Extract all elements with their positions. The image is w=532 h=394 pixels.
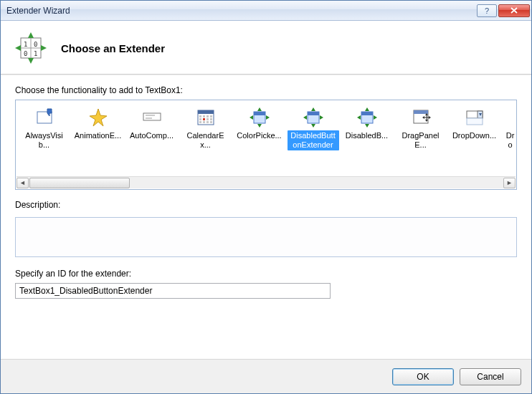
id-label: Specify an ID for the extender:	[15, 269, 517, 279]
extender-item-label: AutoComp...	[128, 130, 176, 141]
svg-marker-10	[41, 45, 47, 51]
svg-marker-40	[311, 124, 315, 128]
extender-item-label: ColorPicke...	[234, 130, 283, 141]
svg-rect-20	[203, 115, 205, 117]
svg-marker-45	[365, 107, 369, 111]
close-button[interactable]	[498, 4, 530, 17]
extender-item-label: AnimationE...	[72, 130, 123, 141]
none-icon	[502, 106, 516, 129]
svg-marker-13	[90, 109, 107, 126]
svg-rect-50	[414, 110, 428, 114]
svg-text:0: 0	[24, 50, 27, 57]
svg-marker-47	[357, 115, 361, 120]
svg-rect-27	[199, 121, 201, 123]
panel-arrows-icon	[356, 106, 379, 129]
extender-item[interactable]: DragPanelE...	[394, 105, 447, 172]
help-icon: ?	[485, 6, 489, 15]
svg-rect-19	[199, 115, 201, 117]
content-area: Choose the functionality to add to TextB…	[1, 85, 531, 359]
extender-item[interactable]: DropDown...	[447, 105, 501, 172]
horizontal-scrollbar[interactable]: ◄ ►	[16, 176, 516, 188]
svg-rect-60	[467, 118, 483, 125]
panel-arrows-icon	[302, 106, 325, 129]
svg-rect-30	[210, 121, 212, 123]
titlebar[interactable]: Extender Wizard ?	[1, 1, 531, 21]
description-label: Description:	[15, 200, 517, 210]
extender-item-label: DragPanelE...	[395, 130, 447, 150]
svg-rect-23	[199, 118, 201, 120]
svg-marker-9	[15, 45, 21, 51]
svg-marker-56	[429, 116, 431, 119]
extender-item-label: DisabledButtonExtender	[288, 130, 339, 150]
extender-item[interactable]: DisabledButtonExtender	[286, 105, 340, 172]
extender-item[interactable]: AlwaysVisib...	[17, 105, 71, 172]
svg-marker-8	[28, 58, 34, 64]
extender-item-label: AlwaysVisib...	[19, 130, 70, 150]
dropdown-icon	[463, 106, 486, 129]
svg-text:1: 1	[24, 41, 27, 48]
extender-item[interactable]: DisabledB...	[340, 105, 394, 172]
extender-id-input[interactable]	[15, 283, 331, 299]
extender-item[interactable]: AnimationE...	[71, 105, 125, 172]
extender-item[interactable]: Dro	[501, 105, 516, 172]
ok-button[interactable]: OK	[392, 368, 454, 385]
scroll-left-button[interactable]: ◄	[16, 178, 29, 188]
window-title: Extender Wizard	[6, 6, 477, 16]
svg-marker-36	[266, 115, 270, 120]
panel-move-icon	[409, 106, 432, 129]
page-title: Choose an Extender	[61, 42, 165, 54]
calendar-icon	[194, 106, 217, 129]
svg-rect-44	[361, 112, 373, 115]
scroll-right-button[interactable]: ►	[503, 178, 516, 188]
svg-text:0: 0	[34, 41, 37, 48]
extender-item-label: DropDown...	[450, 130, 498, 141]
extender-item-label: DisabledB...	[343, 130, 390, 141]
svg-marker-34	[257, 124, 262, 128]
scroll-thumb[interactable]	[29, 178, 130, 188]
svg-marker-39	[311, 107, 315, 111]
extender-item[interactable]: ColorPicke...	[232, 105, 286, 172]
svg-rect-38	[308, 112, 319, 115]
sparkle-icon	[87, 106, 110, 129]
scroll-track[interactable]	[29, 178, 503, 188]
svg-rect-32	[254, 112, 265, 115]
cancel-button[interactable]: Cancel	[460, 368, 521, 385]
svg-marker-46	[365, 124, 369, 128]
wizard-icon: 1 0 0 1	[14, 31, 48, 65]
svg-rect-14	[143, 113, 161, 120]
svg-rect-29	[206, 121, 209, 123]
extender-item-label: Dro	[502, 130, 516, 150]
functionality-label: Choose the functionality to add to TextB…	[15, 85, 517, 95]
svg-marker-42	[320, 115, 323, 120]
svg-rect-18	[198, 110, 214, 114]
description-box	[15, 217, 517, 257]
svg-marker-41	[303, 115, 307, 120]
extender-item[interactable]: AutoComp...	[125, 105, 179, 172]
svg-rect-22	[210, 115, 212, 117]
svg-rect-21	[206, 115, 209, 117]
textfield-icon	[141, 106, 163, 129]
extender-wizard-window: Extender Wizard ? 1 0 0 1	[0, 0, 532, 394]
extender-item[interactable]: CalendarEx...	[179, 105, 232, 172]
svg-rect-24	[203, 118, 205, 120]
help-button[interactable]: ?	[477, 4, 497, 17]
titlebar-buttons: ?	[477, 4, 530, 17]
svg-text:1: 1	[34, 50, 37, 57]
dialog-footer: OK Cancel	[1, 359, 531, 393]
panel-arrows-icon	[248, 106, 271, 129]
header-divider	[1, 74, 531, 75]
svg-marker-48	[374, 115, 377, 120]
svg-marker-35	[250, 115, 253, 120]
wizard-header: 1 0 0 1 Choose an Extender	[1, 21, 531, 74]
close-icon	[510, 7, 518, 14]
pin-icon	[33, 106, 56, 129]
svg-marker-7	[28, 32, 34, 38]
svg-rect-26	[210, 118, 212, 120]
svg-rect-25	[206, 118, 209, 120]
extender-list[interactable]: AlwaysVisib...AnimationE...AutoComp...Ca…	[15, 100, 517, 190]
svg-rect-28	[203, 121, 205, 123]
extender-item-label: CalendarEx...	[180, 130, 232, 150]
svg-marker-33	[257, 107, 262, 111]
